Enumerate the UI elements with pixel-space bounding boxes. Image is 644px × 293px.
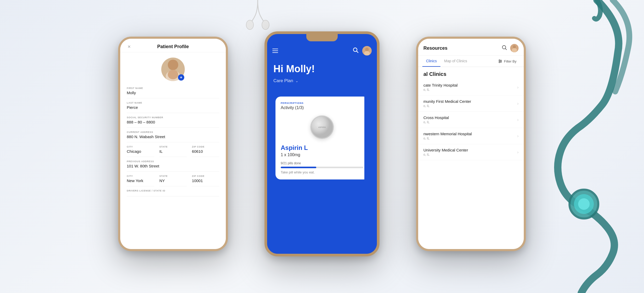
- zip-value: 60610: [192, 149, 219, 154]
- clinic-name: Cross Hospital: [423, 115, 517, 120]
- clinic-name: nwestern Memorial Hospital: [423, 132, 517, 136]
- prev-zip-label: ZIP CODE: [192, 175, 219, 177]
- prev-city-label: CITY: [127, 175, 154, 177]
- prev-zip-field: ZIP CODE 10001: [192, 172, 219, 186]
- city-label: CITY: [127, 145, 154, 148]
- clinic-location: o, IL: [423, 104, 517, 108]
- clinic-name: munity First Medical Center: [423, 99, 517, 104]
- progress-text: 9/21 pills done: [281, 161, 363, 165]
- app-header-right: [353, 46, 372, 55]
- prev-state-label: STATE: [159, 175, 187, 177]
- ssn-value: 888 – 80 – 8800: [127, 120, 219, 124]
- list-item[interactable]: cate Trinity Hospital o, IL ›: [418, 79, 524, 95]
- clinic-name: University Medical Center: [423, 148, 517, 152]
- resources-header-right: [502, 44, 519, 52]
- tab-clinics[interactable]: Clinics: [422, 56, 440, 67]
- prev-city-value: New York: [127, 178, 154, 183]
- svg-point-11: [365, 48, 369, 51]
- last-name-value: Pierce: [127, 105, 219, 110]
- svg-point-7: [168, 70, 178, 79]
- greeting-text: Hi Molly!: [273, 63, 371, 75]
- greeting-section: Hi Molly! Care Plan ⌄: [267, 58, 377, 91]
- blue-sidebar-accent: [364, 97, 369, 179]
- pill-image-container: ASPIRIN: [281, 115, 363, 139]
- prescription-activity: Activity (1/3): [281, 105, 363, 110]
- city-value: Chicago: [127, 149, 154, 154]
- state-field: STATE IL: [159, 142, 187, 157]
- user-avatar[interactable]: [510, 44, 519, 52]
- address-label: CURRENT ADDRESS: [127, 131, 219, 133]
- svg-point-5: [168, 60, 178, 70]
- dl-label: DRIVERS LICENSE / STATE ID: [127, 189, 219, 192]
- drug-name: Aspirin L: [281, 144, 363, 151]
- list-item[interactable]: Cross Hospital o, IL ›: [418, 112, 524, 128]
- chevron-right-icon: ›: [517, 85, 519, 90]
- clinic-location: o, IL: [423, 88, 517, 92]
- search-icon[interactable]: [502, 45, 507, 52]
- pill-instruction: Take pill while you eat.: [281, 170, 363, 174]
- ssn-label: SOCIAL SECURITY NUMBER: [127, 116, 219, 119]
- prev-address-label: PREVIOUS ADDRESS: [127, 160, 219, 163]
- last-name-field: LAST NAME Pierce: [127, 98, 219, 113]
- care-plan-button[interactable]: Care Plan ⌄: [273, 78, 371, 83]
- prev-city-field: CITY New York: [127, 172, 154, 186]
- phone-notch: [306, 34, 338, 41]
- drug-dose: 1 x 100mg: [281, 153, 363, 157]
- last-name-label: LAST NAME: [127, 102, 219, 104]
- svg-line-16: [505, 48, 507, 50]
- resources-tabs: Clinics Map of Clinics Filter By: [418, 56, 524, 67]
- clinic-list: cate Trinity Hospital o, IL › munity Fir…: [418, 79, 524, 160]
- city-field: CITY Chicago: [127, 142, 154, 157]
- phone-left: × Patient Profile +: [118, 37, 228, 251]
- chevron-right-icon: ›: [517, 101, 519, 106]
- avatar-add-button[interactable]: +: [178, 74, 184, 81]
- prescription-card: PERSCRIPTIONS Activity (1/3): [275, 97, 369, 179]
- user-avatar[interactable]: [362, 46, 372, 55]
- progress-section: 9/21 pills done: [281, 161, 363, 168]
- svg-point-24: [501, 61, 502, 62]
- filter-label: Filter By: [504, 59, 516, 63]
- prev-state-value: NY: [159, 178, 187, 183]
- tab-map-of-clinics[interactable]: Map of Clinics: [440, 56, 471, 67]
- clinic-location: o, IL: [423, 120, 517, 124]
- resources-header: Resources: [418, 39, 524, 56]
- filter-button[interactable]: Filter By: [495, 57, 520, 65]
- svg-line-9: [357, 51, 358, 53]
- search-icon[interactable]: [353, 47, 359, 54]
- app-header: [267, 42, 377, 58]
- clinic-location: o, IL: [423, 137, 517, 140]
- city-state-zip-row: CITY Chicago STATE IL ZIP CODE 60610: [127, 142, 219, 157]
- list-item[interactable]: munity First Medical Center o, IL ›: [418, 95, 524, 112]
- prev-address-field: PREVIOUS ADDRESS 101 W. 80th Street: [127, 157, 219, 172]
- chevron-right-icon: ›: [517, 150, 519, 155]
- profile-form: FIRST NAME Molly LAST NAME Pierce SOCIAL…: [120, 84, 226, 196]
- avatar-container: +: [120, 52, 226, 84]
- phones-container: × Patient Profile +: [139, 29, 505, 264]
- resources-section-title: al Clinics: [418, 67, 524, 79]
- progress-bar: [281, 167, 363, 168]
- hamburger-menu-button[interactable]: [272, 49, 278, 53]
- zip-label: ZIP CODE: [192, 145, 219, 148]
- close-button[interactable]: ×: [125, 43, 133, 50]
- svg-point-23: [499, 60, 500, 61]
- first-name-value: Molly: [127, 91, 219, 95]
- chevron-right-icon: ›: [517, 134, 519, 138]
- state-label: STATE: [159, 145, 187, 148]
- phone-right: Resources: [416, 37, 526, 251]
- patient-profile-header: × Patient Profile: [120, 39, 226, 52]
- pill-image: ASPIRIN: [310, 115, 334, 139]
- first-name-label: FIRST NAME: [127, 87, 219, 89]
- prev-state-field: STATE NY: [159, 172, 187, 186]
- svg-point-19: [512, 48, 517, 52]
- state-value: IL: [159, 149, 187, 154]
- zip-field: ZIP CODE 60610: [192, 142, 219, 157]
- chevron-down-icon: ⌄: [295, 79, 298, 83]
- svg-point-25: [499, 62, 500, 63]
- clinic-location: o, IL: [423, 153, 517, 156]
- address-value: 880 N. Wabash Street: [127, 134, 219, 139]
- list-item[interactable]: University Medical Center o, IL ›: [418, 144, 524, 160]
- dl-field: DRIVERS LICENSE / STATE ID: [127, 186, 219, 196]
- svg-point-18: [513, 45, 516, 48]
- list-item[interactable]: nwestern Memorial Hospital o, IL ›: [418, 128, 524, 144]
- clinic-name: cate Trinity Hospital: [423, 83, 517, 87]
